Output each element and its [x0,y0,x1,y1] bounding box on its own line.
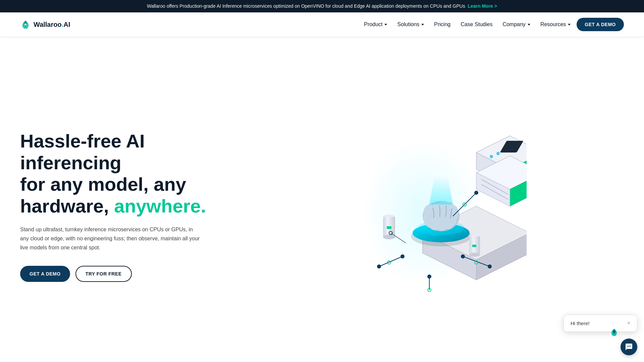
svg-point-0 [24,23,26,25]
navbar: Wallaroo.AI Product Solutions Pricing Ca… [0,12,644,37]
svg-point-37 [629,346,630,347]
chat-widget: Hi there! × [621,339,637,355]
nav-links: Product Solutions Pricing Case Studies C… [360,18,624,31]
svg-point-21 [427,275,431,279]
svg-point-32 [474,191,478,195]
chevron-down-icon [528,24,530,25]
svg-point-29 [469,253,480,257]
nav-solutions[interactable]: Solutions [393,19,428,30]
nav-case-studies[interactable]: Case Studies [457,19,496,30]
hero-illustration [221,106,624,307]
hero-content: Hassle-free AI inferencing for any model… [20,130,221,282]
isometric-illustration [319,112,527,300]
chevron-down-icon [384,24,387,25]
chat-logo-badge [609,327,619,337]
svg-point-38 [630,346,631,347]
svg-rect-26 [387,226,391,229]
svg-point-17 [461,254,465,258]
banner-link[interactable]: Learn More > [468,3,497,9]
nav-resources[interactable]: Resources [536,19,575,30]
svg-point-3 [496,152,500,155]
svg-point-15 [377,264,381,268]
logo[interactable]: Wallaroo.AI [20,19,70,30]
hero-try-free-button[interactable]: TRY FOR FREE [75,266,132,282]
top-banner: Wallaroo offers Production-grade AI Infe… [0,0,644,12]
logo-text: Wallaroo.AI [34,21,70,28]
hero-get-demo-button[interactable]: GET A DEMO [20,266,70,282]
chat-icon [625,343,633,351]
hero-buttons: GET A DEMO TRY FOR FREE [20,266,221,282]
svg-point-13 [400,254,405,258]
chevron-down-icon [568,24,571,25]
svg-point-19 [488,264,492,268]
svg-point-36 [627,346,628,347]
chat-open-button[interactable] [621,339,637,355]
hero-subtitle: Stand up ultrafast, turnkey inference mi… [20,225,201,252]
chat-close-button[interactable]: × [627,320,630,326]
banner-text: Wallaroo offers Production-grade AI Infe… [147,3,465,9]
hero-section: Hassle-free AI inferencing for any model… [0,37,644,362]
chat-bubble-text: Hi there! [571,320,590,326]
svg-point-2 [490,155,493,158]
nav-pricing[interactable]: Pricing [430,19,454,30]
hero-title: Hassle-free AI inferencing for any model… [20,130,221,217]
nav-get-demo-button[interactable]: GET A DEMO [577,18,624,31]
svg-point-25 [383,235,395,239]
nav-product[interactable]: Product [360,19,391,30]
chevron-down-icon [421,24,424,25]
logo-icon [20,19,31,30]
svg-rect-30 [472,245,476,247]
chat-bubble: Hi there! × [564,315,637,332]
nav-company[interactable]: Company [498,19,534,30]
